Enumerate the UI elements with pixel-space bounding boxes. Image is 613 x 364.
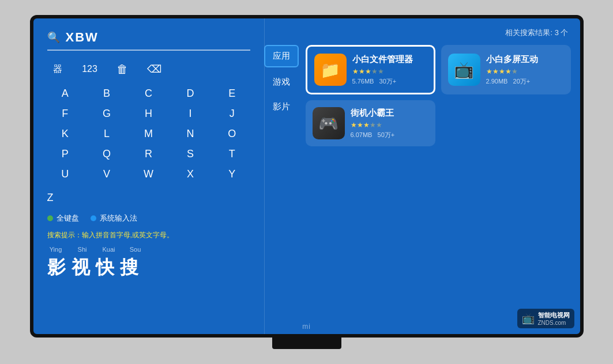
- app-dl-multiscreen: 20万+: [513, 78, 531, 85]
- key-z-row: Z: [47, 192, 250, 204]
- app-stars-multiscreen: ★★★★★: [486, 67, 564, 75]
- input-mode-row: 全键盘 系统输入法: [47, 213, 250, 223]
- key-U[interactable]: U: [47, 166, 83, 183]
- app-dl-file-manager: 30万+: [379, 78, 397, 85]
- content-area: 应用 游戏 影片 📁 小白文件管理器 ★★★★★: [264, 45, 571, 319]
- app-name-file-manager: 小白文件管理器: [352, 54, 427, 65]
- app-dl-arcade: 50万+: [378, 131, 395, 138]
- key-N[interactable]: N: [172, 126, 208, 142]
- watermark-sub: ZNDS.com: [538, 320, 570, 326]
- key-O[interactable]: O: [214, 126, 250, 142]
- key-grid[interactable]: 器: [47, 61, 68, 77]
- results-panel: 相关搜索结果: 3 个 应用 游戏 影片 📁 小白文件管理器: [264, 18, 580, 334]
- chinese-large-text: 影 视 快 搜: [47, 255, 250, 280]
- app-info-file-manager: 小白文件管理器 ★★★★★ 5.76MB 30万+: [352, 54, 427, 86]
- tv-stand: [272, 338, 341, 349]
- watermark: 📺 智能电视网 ZNDS.com: [517, 309, 574, 328]
- key-R[interactable]: R: [130, 146, 166, 162]
- mode-full-label: 全键盘: [57, 213, 79, 223]
- mode-system-input[interactable]: 系统输入法: [91, 213, 137, 223]
- key-V[interactable]: V: [89, 166, 125, 183]
- app-meta-arcade: 6.07MB 50万+: [351, 131, 428, 139]
- key-H[interactable]: H: [130, 105, 166, 122]
- tab-games[interactable]: 游戏: [264, 72, 299, 92]
- app-size-multiscreen: 2.90MB: [486, 78, 508, 85]
- pinyin-kuai: Kuai: [100, 246, 118, 253]
- search-bar: 🔍 XBW: [47, 30, 250, 51]
- key-S[interactable]: S: [172, 146, 208, 162]
- category-tabs: 应用 游戏 影片: [264, 45, 299, 319]
- app-name-multiscreen: 小白多屏互动: [486, 54, 564, 65]
- app-meta-file-manager: 5.76MB 30万+: [352, 77, 427, 86]
- key-G[interactable]: G: [89, 105, 125, 122]
- search-hint: 搜索提示：输入拼音首字母,或英文字母。: [47, 230, 250, 240]
- app-card-file-manager[interactable]: 📁 小白文件管理器 ★★★★★ 5.76MB 30万+: [306, 45, 435, 94]
- chinese-ying: 影: [47, 255, 66, 280]
- tv-screen: 🔍 XBW 器 123 🗑 ⌫ A B C D E F G H I: [30, 15, 584, 338]
- key-X[interactable]: X: [172, 166, 208, 183]
- pinyin-sou: Sou: [127, 246, 144, 253]
- key-123[interactable]: 123: [80, 61, 100, 77]
- chinese-kuai: 快: [96, 255, 114, 280]
- key-delete[interactable]: 🗑: [112, 61, 133, 77]
- search-query: XBW: [66, 30, 99, 45]
- key-A[interactable]: A: [47, 85, 83, 102]
- key-Q[interactable]: Q: [89, 146, 125, 162]
- watermark-main: 智能电视网: [538, 311, 570, 320]
- special-keys-row: 器 123 🗑 ⌫: [47, 61, 250, 77]
- key-T[interactable]: T: [214, 146, 250, 162]
- app-stars-file-manager: ★★★★★: [352, 67, 427, 75]
- key-P[interactable]: P: [47, 146, 83, 162]
- app-size-arcade: 6.07MB: [351, 131, 373, 138]
- key-C[interactable]: C: [130, 85, 166, 102]
- result-count: 相关搜索结果: 3 个: [264, 28, 571, 38]
- key-Y[interactable]: Y: [214, 166, 250, 183]
- app-info-arcade: 街机小霸王 ★★★★★ 6.07MB 50万+: [351, 108, 428, 139]
- mode-system-label: 系统输入法: [100, 213, 137, 223]
- dot-blue: [91, 215, 96, 221]
- pinyin-row: Ying Shi Kuai Sou: [47, 246, 250, 253]
- app-icon-file-manager: 📁: [314, 54, 347, 86]
- pinyin-shi: Shi: [74, 246, 91, 253]
- chinese-shi: 视: [72, 255, 90, 280]
- key-F[interactable]: F: [47, 105, 83, 122]
- app-info-multiscreen: 小白多屏互动 ★★★★★ 2.90MB 20万+: [486, 54, 564, 86]
- key-W[interactable]: W: [130, 166, 166, 183]
- key-D[interactable]: D: [172, 85, 208, 102]
- app-card-arcade[interactable]: 🎮 街机小霸王 ★★★★★ 6.07MB 50万+: [306, 100, 435, 146]
- tab-movies[interactable]: 影片: [264, 97, 299, 117]
- app-icon-multiscreen: 📺: [448, 54, 480, 86]
- key-E[interactable]: E: [214, 85, 250, 102]
- app-card-multiscreen[interactable]: 📺 小白多屏互动 ★★★★★ 2.90MB 20万+: [441, 45, 571, 94]
- app-name-arcade: 街机小霸王: [351, 108, 428, 119]
- app-stars-arcade: ★★★★★: [351, 121, 428, 129]
- mi-logo: mi: [302, 323, 311, 331]
- pinyin-ying: Ying: [47, 246, 65, 253]
- keyboard-grid: A B C D E F G H I J K L M N O P Q R S T: [47, 85, 250, 183]
- key-Z[interactable]: Z: [47, 192, 54, 203]
- key-J[interactable]: J: [214, 105, 250, 122]
- key-K[interactable]: K: [47, 126, 83, 142]
- key-L[interactable]: L: [89, 126, 125, 142]
- app-icon-arcade: 🎮: [313, 107, 345, 139]
- app-size-file-manager: 5.76MB: [352, 78, 374, 85]
- key-M[interactable]: M: [130, 126, 166, 142]
- tab-apps[interactable]: 应用: [264, 45, 299, 67]
- watermark-tv-icon: 📺: [522, 312, 535, 325]
- app-grid: 📁 小白文件管理器 ★★★★★ 5.76MB 30万+: [306, 45, 571, 319]
- key-backspace[interactable]: ⌫: [144, 61, 165, 77]
- chinese-sou: 搜: [120, 255, 138, 280]
- watermark-text-block: 智能电视网 ZNDS.com: [538, 311, 570, 326]
- search-icon: 🔍: [47, 31, 60, 44]
- key-B[interactable]: B: [89, 85, 125, 102]
- app-meta-multiscreen: 2.90MB 20万+: [486, 77, 564, 86]
- dot-green: [47, 215, 53, 221]
- key-I[interactable]: I: [172, 105, 208, 122]
- mode-full-keyboard[interactable]: 全键盘: [47, 213, 79, 223]
- keyboard-panel: 🔍 XBW 器 123 🗑 ⌫ A B C D E F G H I: [33, 18, 264, 334]
